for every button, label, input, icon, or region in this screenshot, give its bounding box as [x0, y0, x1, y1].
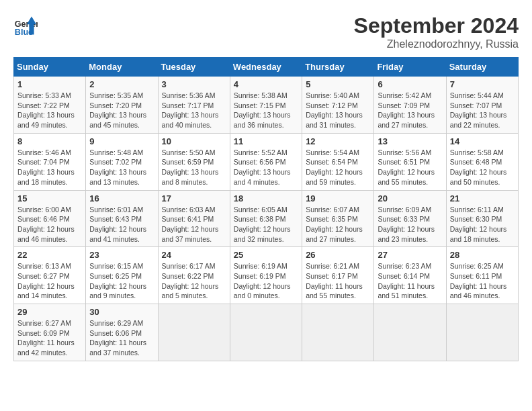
day-header-saturday: Saturday [446, 58, 518, 77]
calendar-cell: 18Sunrise: 6:05 AM Sunset: 6:38 PM Dayli… [230, 190, 302, 247]
day-number: 29 [17, 307, 82, 317]
day-number: 16 [89, 193, 154, 203]
week-row-5: 29Sunrise: 6:27 AM Sunset: 6:09 PM Dayli… [14, 304, 519, 361]
day-number: 14 [450, 136, 515, 146]
calendar-cell: 2Sunrise: 5:35 AM Sunset: 7:20 PM Daylig… [86, 77, 158, 134]
day-number: 30 [89, 307, 154, 317]
day-info: Sunrise: 5:44 AM Sunset: 7:07 PM Dayligh… [450, 91, 515, 130]
day-number: 10 [162, 136, 226, 146]
title-area: September 2024 Zheleznodorozhnyy, Russia [354, 13, 519, 50]
day-info: Sunrise: 5:33 AM Sunset: 7:22 PM Dayligh… [17, 91, 82, 130]
day-number: 8 [17, 136, 82, 146]
day-number: 6 [378, 79, 442, 89]
day-info: Sunrise: 5:58 AM Sunset: 6:48 PM Dayligh… [450, 148, 515, 187]
calendar-cell: 30Sunrise: 6:29 AM Sunset: 6:06 PM Dayli… [86, 304, 158, 361]
day-number: 21 [450, 193, 515, 203]
day-number: 19 [306, 193, 370, 203]
day-number: 13 [378, 136, 442, 146]
calendar-cell: 16Sunrise: 6:01 AM Sunset: 6:43 PM Dayli… [86, 190, 158, 247]
week-row-3: 15Sunrise: 6:00 AM Sunset: 6:46 PM Dayli… [14, 190, 519, 247]
day-header-sunday: Sunday [14, 58, 86, 77]
day-number: 25 [234, 250, 298, 260]
day-info: Sunrise: 5:52 AM Sunset: 6:56 PM Dayligh… [234, 148, 298, 187]
calendar-cell: 3Sunrise: 5:36 AM Sunset: 7:17 PM Daylig… [158, 77, 230, 134]
calendar-cell: 28Sunrise: 6:25 AM Sunset: 6:11 PM Dayli… [446, 247, 518, 304]
calendar-cell: 26Sunrise: 6:21 AM Sunset: 6:17 PM Dayli… [302, 247, 374, 304]
calendar-cell: 11Sunrise: 5:52 AM Sunset: 6:56 PM Dayli… [230, 133, 302, 190]
calendar-cell: 21Sunrise: 6:11 AM Sunset: 6:30 PM Dayli… [446, 190, 518, 247]
calendar-cell: 9Sunrise: 5:48 AM Sunset: 7:02 PM Daylig… [86, 133, 158, 190]
month-title: September 2024 [354, 13, 519, 38]
day-header-thursday: Thursday [302, 58, 374, 77]
day-info: Sunrise: 5:46 AM Sunset: 7:04 PM Dayligh… [17, 148, 82, 187]
calendar-cell: 14Sunrise: 5:58 AM Sunset: 6:48 PM Dayli… [446, 133, 518, 190]
day-info: Sunrise: 6:15 AM Sunset: 6:25 PM Dayligh… [89, 261, 154, 301]
calendar-cell: 23Sunrise: 6:15 AM Sunset: 6:25 PM Dayli… [86, 247, 158, 304]
calendar-cell: 29Sunrise: 6:27 AM Sunset: 6:09 PM Dayli… [14, 304, 86, 361]
calendar-cell: 6Sunrise: 5:42 AM Sunset: 7:09 PM Daylig… [374, 77, 446, 134]
day-number: 26 [306, 250, 370, 260]
day-info: Sunrise: 6:09 AM Sunset: 6:33 PM Dayligh… [378, 205, 442, 244]
day-info: Sunrise: 5:38 AM Sunset: 7:15 PM Dayligh… [234, 91, 298, 130]
day-info: Sunrise: 6:00 AM Sunset: 6:46 PM Dayligh… [17, 205, 82, 244]
day-number: 1 [17, 79, 82, 89]
day-info: Sunrise: 6:23 AM Sunset: 6:14 PM Dayligh… [378, 261, 442, 301]
day-info: Sunrise: 6:05 AM Sunset: 6:38 PM Dayligh… [234, 205, 298, 244]
calendar-cell [158, 304, 230, 361]
day-header-friday: Friday [374, 58, 446, 77]
calendar-cell: 8Sunrise: 5:46 AM Sunset: 7:04 PM Daylig… [14, 133, 86, 190]
calendar-table: SundayMondayTuesdayWednesdayThursdayFrid… [13, 57, 519, 361]
day-number: 9 [89, 136, 154, 146]
day-number: 3 [162, 79, 226, 89]
day-header-monday: Monday [86, 58, 158, 77]
day-info: Sunrise: 5:54 AM Sunset: 6:54 PM Dayligh… [306, 148, 370, 187]
calendar-cell: 20Sunrise: 6:09 AM Sunset: 6:33 PM Dayli… [374, 190, 446, 247]
day-info: Sunrise: 6:19 AM Sunset: 6:19 PM Dayligh… [234, 261, 298, 301]
day-number: 11 [234, 136, 298, 146]
day-number: 17 [162, 193, 226, 203]
day-number: 20 [378, 193, 442, 203]
calendar-cell: 15Sunrise: 6:00 AM Sunset: 6:46 PM Dayli… [14, 190, 86, 247]
day-number: 4 [234, 79, 298, 89]
calendar-cell: 22Sunrise: 6:13 AM Sunset: 6:27 PM Dayli… [14, 247, 86, 304]
day-info: Sunrise: 5:35 AM Sunset: 7:20 PM Dayligh… [89, 91, 154, 130]
calendar-cell [446, 304, 518, 361]
day-info: Sunrise: 6:07 AM Sunset: 6:35 PM Dayligh… [306, 205, 370, 244]
day-info: Sunrise: 6:17 AM Sunset: 6:22 PM Dayligh… [162, 261, 226, 301]
day-number: 2 [89, 79, 154, 89]
calendar-cell: 5Sunrise: 5:40 AM Sunset: 7:12 PM Daylig… [302, 77, 374, 134]
day-number: 7 [450, 79, 515, 89]
calendar-cell [230, 304, 302, 361]
calendar-cell [374, 304, 446, 361]
day-number: 5 [306, 79, 370, 89]
day-header-tuesday: Tuesday [158, 58, 230, 77]
day-info: Sunrise: 6:21 AM Sunset: 6:17 PM Dayligh… [306, 261, 370, 301]
day-number: 22 [17, 250, 82, 260]
calendar-cell: 13Sunrise: 5:56 AM Sunset: 6:51 PM Dayli… [374, 133, 446, 190]
day-info: Sunrise: 5:50 AM Sunset: 6:59 PM Dayligh… [162, 148, 226, 187]
day-number: 23 [89, 250, 154, 260]
location-subtitle: Zheleznodorozhnyy, Russia [354, 38, 519, 50]
calendar-cell: 19Sunrise: 6:07 AM Sunset: 6:35 PM Dayli… [302, 190, 374, 247]
day-number: 15 [17, 193, 82, 203]
day-number: 28 [450, 250, 515, 260]
day-number: 27 [378, 250, 442, 260]
day-info: Sunrise: 5:56 AM Sunset: 6:51 PM Dayligh… [378, 148, 442, 187]
week-row-1: 1Sunrise: 5:33 AM Sunset: 7:22 PM Daylig… [14, 77, 519, 134]
day-info: Sunrise: 6:11 AM Sunset: 6:30 PM Dayligh… [450, 205, 515, 244]
day-headers-row: SundayMondayTuesdayWednesdayThursdayFrid… [14, 58, 519, 77]
calendar-cell: 17Sunrise: 6:03 AM Sunset: 6:41 PM Dayli… [158, 190, 230, 247]
day-info: Sunrise: 6:03 AM Sunset: 6:41 PM Dayligh… [162, 205, 226, 244]
day-info: Sunrise: 5:36 AM Sunset: 7:17 PM Dayligh… [162, 91, 226, 130]
logo: General Blue [13, 13, 38, 38]
day-info: Sunrise: 6:01 AM Sunset: 6:43 PM Dayligh… [89, 205, 154, 244]
calendar-cell: 10Sunrise: 5:50 AM Sunset: 6:59 PM Dayli… [158, 133, 230, 190]
day-number: 18 [234, 193, 298, 203]
day-info: Sunrise: 5:40 AM Sunset: 7:12 PM Dayligh… [306, 91, 370, 130]
calendar-cell: 24Sunrise: 6:17 AM Sunset: 6:22 PM Dayli… [158, 247, 230, 304]
calendar-cell: 27Sunrise: 6:23 AM Sunset: 6:14 PM Dayli… [374, 247, 446, 304]
day-info: Sunrise: 6:27 AM Sunset: 6:09 PM Dayligh… [17, 318, 82, 358]
calendar-cell: 4Sunrise: 5:38 AM Sunset: 7:15 PM Daylig… [230, 77, 302, 134]
calendar-cell: 12Sunrise: 5:54 AM Sunset: 6:54 PM Dayli… [302, 133, 374, 190]
day-info: Sunrise: 5:42 AM Sunset: 7:09 PM Dayligh… [378, 91, 442, 130]
